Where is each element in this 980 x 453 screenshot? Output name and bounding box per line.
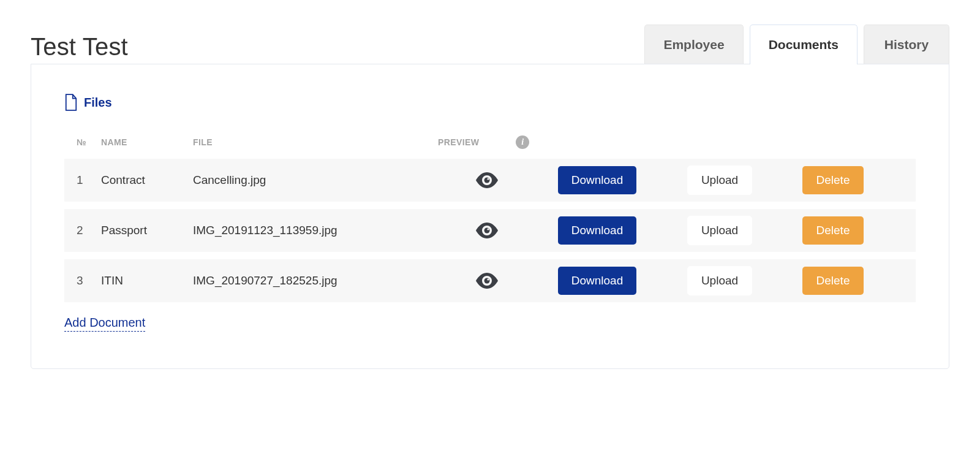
row-name: ITIN <box>101 274 193 287</box>
delete-button[interactable]: Delete <box>802 267 864 295</box>
col-header-preview-label: PREVIEW <box>438 137 479 147</box>
eye-icon <box>476 223 498 238</box>
table-row: 2 Passport IMG_20191123_113959.jpg Downl… <box>64 209 916 252</box>
table-header: № NAME FILE PREVIEW i <box>64 135 916 159</box>
col-header-preview: PREVIEW i <box>438 135 536 149</box>
svg-point-0 <box>484 178 490 183</box>
table-row: 1 Contract Cancelling.jpg Download Uploa… <box>64 159 916 202</box>
files-section-title: Files <box>84 96 112 110</box>
col-header-file: FILE <box>193 137 438 147</box>
eye-icon <box>476 273 498 289</box>
svg-point-4 <box>484 278 490 284</box>
files-table: № NAME FILE PREVIEW i 1 Contract Cancell… <box>64 135 916 302</box>
page-title: Test Test <box>31 33 128 61</box>
preview-button[interactable] <box>438 223 536 238</box>
row-file: IMG_20190727_182525.jpg <box>193 274 438 287</box>
delete-button[interactable]: Delete <box>802 216 864 245</box>
row-file: IMG_20191123_113959.jpg <box>193 224 438 237</box>
upload-button[interactable]: Upload <box>687 266 752 295</box>
download-button[interactable]: Download <box>558 166 637 194</box>
preview-button[interactable] <box>438 172 536 188</box>
documents-panel: Files № NAME FILE PREVIEW i 1 Contract <box>31 64 949 369</box>
eye-icon <box>476 172 498 188</box>
svg-point-1 <box>487 178 489 180</box>
document-icon <box>64 94 78 111</box>
upload-button[interactable]: Upload <box>687 216 752 245</box>
col-header-name: NAME <box>101 137 193 147</box>
row-num: 3 <box>64 274 101 287</box>
col-header-num: № <box>64 137 101 147</box>
table-row: 3 ITIN IMG_20190727_182525.jpg Download … <box>64 259 916 302</box>
preview-button[interactable] <box>438 273 536 289</box>
row-name: Passport <box>101 224 193 237</box>
row-name: Contract <box>101 173 193 187</box>
info-icon[interactable]: i <box>516 135 529 149</box>
tabs: Employee Documents History <box>644 25 949 64</box>
tab-history[interactable]: History <box>864 25 949 64</box>
download-button[interactable]: Download <box>558 267 637 295</box>
add-document-link[interactable]: Add Document <box>64 316 145 332</box>
upload-button[interactable]: Upload <box>687 166 752 195</box>
tab-employee[interactable]: Employee <box>644 25 743 64</box>
download-button[interactable]: Download <box>558 216 637 245</box>
delete-button[interactable]: Delete <box>802 166 864 194</box>
svg-point-2 <box>484 228 490 234</box>
row-num: 2 <box>64 224 101 237</box>
tab-documents[interactable]: Documents <box>750 25 858 64</box>
row-num: 1 <box>64 173 101 187</box>
row-file: Cancelling.jpg <box>193 173 438 187</box>
svg-point-3 <box>487 228 489 230</box>
svg-point-5 <box>487 278 489 280</box>
files-section-header: Files <box>64 94 916 111</box>
